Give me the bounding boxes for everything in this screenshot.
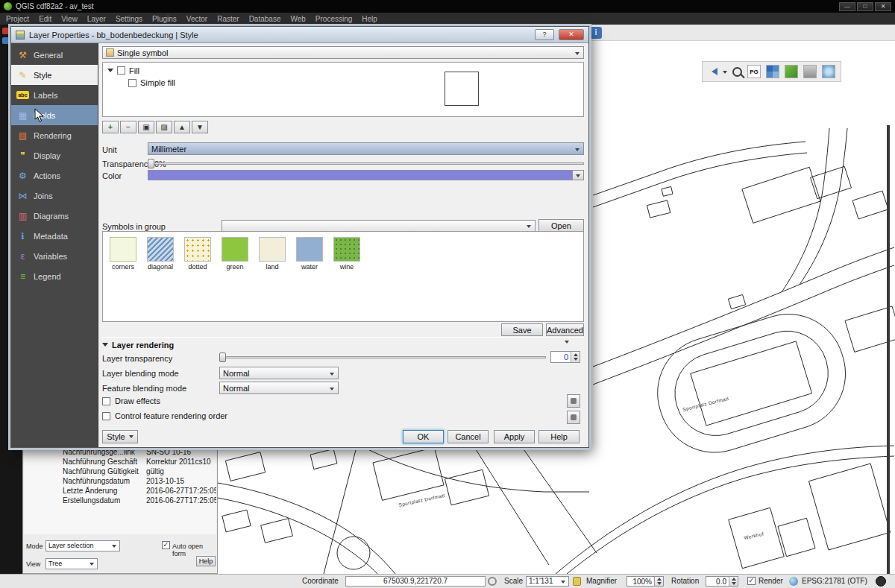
sidebar-item-variables[interactable]: εVariables <box>11 246 98 266</box>
move-down-button[interactable]: ▼ <box>192 121 208 133</box>
color-dropdown-icon[interactable] <box>572 171 583 180</box>
sidebar-item-rendering[interactable]: ▧Rendering <box>11 125 98 145</box>
mouse-position-icon[interactable] <box>488 577 497 586</box>
menu-web[interactable]: Web <box>290 15 305 23</box>
crs-globe-icon[interactable] <box>789 577 798 586</box>
unit-combo[interactable]: Millimeter <box>148 142 584 155</box>
layer-transparency-spinbox[interactable]: 0 <box>550 351 580 363</box>
sidebar-item-display[interactable]: ❞Display <box>11 145 98 165</box>
advanced-button[interactable]: Advanced <box>546 323 584 336</box>
auto-open-checkbox[interactable] <box>162 541 170 549</box>
lock-scale-icon[interactable] <box>573 577 581 586</box>
symbol-swatch[interactable]: corners <box>108 237 138 271</box>
add-symbol-layer-button[interactable]: + <box>102 121 119 133</box>
sidebar-item-fields[interactable]: ▦Fields <box>11 105 98 125</box>
spin-arrows-icon[interactable] <box>571 352 580 362</box>
symbol-layer-tree[interactable]: Fill Simple fill <box>102 62 584 117</box>
toolbar-icon[interactable] <box>2 37 9 44</box>
wms-layer-icon[interactable] <box>822 65 835 78</box>
menu-view[interactable]: View <box>61 15 78 23</box>
result-row[interactable]: Nachführung Gültigkeitgültig <box>24 467 216 476</box>
symbol-swatch[interactable]: dotted <box>183 237 213 271</box>
mode-combo[interactable]: Layer selection <box>45 540 120 551</box>
open-library-button[interactable]: Open Library <box>538 219 584 232</box>
symbol-swatch[interactable]: diagonal <box>145 237 175 271</box>
layer-rendering-header[interactable]: Layer rendering <box>102 340 174 350</box>
view-combo[interactable]: Tree <box>45 558 98 569</box>
effects-options-button[interactable] <box>567 394 580 408</box>
sidebar-item-style[interactable]: ✎Style <box>11 65 98 85</box>
epsg-status[interactable]: EPSG:21781 (OTF) <box>802 577 867 585</box>
panel-help-button[interactable]: Help <box>196 556 216 566</box>
symbols-group-combo[interactable] <box>222 220 536 232</box>
move-up-button[interactable]: ▲ <box>174 121 190 133</box>
arrow-left-icon[interactable] <box>708 68 717 75</box>
remove-symbol-layer-button[interactable]: − <box>120 121 136 133</box>
info-icon[interactable]: i <box>590 27 602 39</box>
scale-combo[interactable]: 1:1'131 <box>526 576 569 587</box>
database-icon[interactable] <box>803 65 817 78</box>
maximize-button[interactable]: □ <box>857 2 873 11</box>
result-row[interactable]: Letzte Änderung2016-06-27T17:25:05 <box>24 486 216 496</box>
menu-edit[interactable]: Edit <box>39 15 51 23</box>
render-checkbox[interactable] <box>747 577 756 585</box>
apply-button[interactable]: Apply <box>494 430 535 443</box>
color-button[interactable] <box>148 170 584 180</box>
menu-settings[interactable]: Settings <box>116 15 142 23</box>
chevron-down-icon[interactable] <box>723 71 727 76</box>
symbol-swatch[interactable]: water <box>295 237 324 271</box>
transparency-slider[interactable] <box>148 158 584 169</box>
menu-database[interactable]: Database <box>249 15 281 23</box>
sidebar-item-actions[interactable]: ⚙Actions <box>11 165 98 186</box>
dialog-help-icon[interactable]: ? <box>535 29 554 40</box>
toolbar-icon[interactable] <box>2 28 9 34</box>
result-row[interactable]: Nachführung GeschäftKorrektur 2011cs10 <box>24 457 216 467</box>
ok-button[interactable]: OK <box>403 430 444 443</box>
layer-transparency-slider[interactable] <box>219 352 546 363</box>
dialog-titlebar[interactable]: Layer Properties - bb_bodenbedeckung | S… <box>11 27 588 43</box>
menu-plugins[interactable]: Plugins <box>152 15 177 23</box>
dialog-close-icon[interactable]: ✕ <box>559 29 584 40</box>
slider-handle[interactable] <box>148 159 154 168</box>
coordinate-input[interactable]: 675030.9,221720.7 <box>345 576 486 587</box>
menu-vector[interactable]: Vector <box>186 15 207 23</box>
menu-raster[interactable]: Raster <box>217 15 239 23</box>
duplicate-symbol-layer-button[interactable]: ▨ <box>156 121 172 133</box>
style-menu-button[interactable]: Style <box>102 430 138 443</box>
slider-handle[interactable] <box>219 353 226 362</box>
symbol-swatch[interactable]: wine <box>332 237 362 271</box>
save-button[interactable]: Save <box>501 323 543 336</box>
sidebar-item-joins[interactable]: ⋈Joins <box>11 186 98 206</box>
spatialite-icon[interactable] <box>766 65 779 78</box>
menu-processing[interactable]: Processing <box>315 15 352 23</box>
virtual-layer-icon[interactable] <box>785 65 798 78</box>
feature-blending-combo[interactable]: Normal <box>219 382 339 394</box>
menu-project[interactable]: Project <box>6 15 29 23</box>
minimize-button[interactable]: — <box>839 2 855 11</box>
expander-icon[interactable] <box>107 69 113 75</box>
lock-color-button[interactable]: ▣ <box>138 121 154 133</box>
sidebar-item-general[interactable]: ⚒General <box>11 45 98 65</box>
result-row[interactable]: Nachführungsdatum2013-10-15 <box>24 476 216 486</box>
magnifier-icon[interactable] <box>732 67 742 77</box>
sidebar-item-labels[interactable]: abcLabels <box>11 85 98 105</box>
tree-item-fill[interactable]: Fill <box>107 66 139 75</box>
magnifier-spinbox[interactable]: 100% <box>626 576 664 587</box>
draw-effects-checkbox[interactable] <box>102 397 110 405</box>
messages-icon[interactable] <box>876 576 886 587</box>
control-order-checkbox[interactable] <box>102 412 110 420</box>
order-options-button[interactable] <box>567 411 580 424</box>
renderer-combo[interactable]: Single symbol <box>102 46 584 59</box>
symbol-swatch[interactable]: land <box>257 237 287 271</box>
result-row[interactable]: Nachführungsge...linkSN-SO 10-16 <box>24 447 216 457</box>
layer-blending-combo[interactable]: Normal <box>219 367 339 379</box>
cancel-button[interactable]: Cancel <box>448 430 489 443</box>
sidebar-item-diagrams[interactable]: ▥Diagrams <box>11 206 98 226</box>
window-titlebar[interactable]: QGIS cdf82a2 - av_test — □ ✕ <box>0 0 895 13</box>
spin-arrows-icon[interactable] <box>654 577 663 586</box>
help-button[interactable]: Help <box>538 430 580 443</box>
sidebar-item-metadata[interactable]: ℹMetadata <box>11 226 98 246</box>
result-row[interactable]: Erstellungsdatum2016-06-27T17:25:05 <box>24 496 216 505</box>
sidebar-item-legend[interactable]: ≡Legend <box>11 266 98 286</box>
symbol-swatch[interactable]: green <box>220 237 250 271</box>
